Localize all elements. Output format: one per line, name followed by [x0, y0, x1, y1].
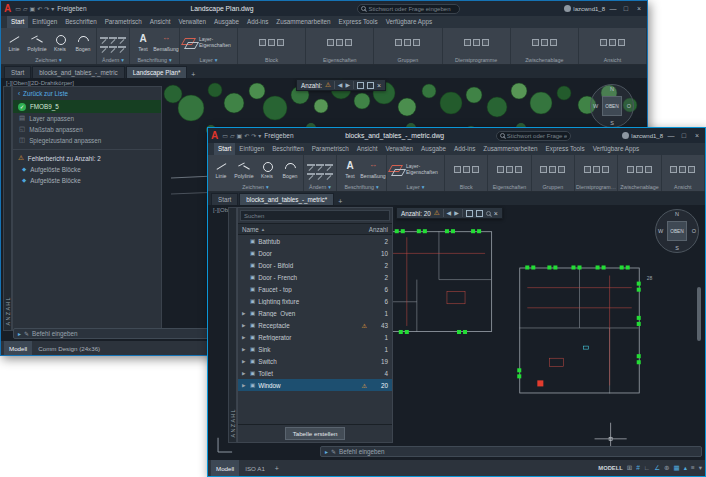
count-table-row[interactable]: ▶ ▣ Door - Bifold ⚠ 2: [238, 259, 392, 271]
ribbon-panel-group[interactable]: Zwischenablage: [511, 28, 579, 64]
ribbon-tab[interactable]: Verwalten: [381, 143, 417, 155]
zoom-to-block-icon[interactable]: [357, 82, 364, 89]
modify-tool-icon[interactable]: [325, 164, 333, 166]
ribbon-panel-group[interactable]: Eigenschaften: [306, 28, 374, 64]
ribbon-panel-group[interactable]: Block: [445, 155, 488, 191]
count-table-row[interactable]: ▶ ▣ Faucet - top ⚠ 6: [238, 283, 392, 295]
ribbon-panel-group[interactable]: Zwischenablage: [618, 155, 661, 191]
count-table-row[interactable]: ▶ ▣ Refrigerator ⚠ 1: [238, 331, 392, 343]
draw-tool-button[interactable]: Kreis: [50, 34, 70, 52]
column-count[interactable]: Anzahl: [362, 226, 388, 233]
ribbon-panel-group[interactable]: Gruppen: [374, 28, 442, 64]
draw-tool-button[interactable]: Bogen: [73, 34, 93, 52]
ribbon-tab[interactable]: Einfügen: [28, 16, 61, 28]
viewcube-top-face[interactable]: OBEN: [602, 96, 622, 116]
layout-tab[interactable]: ISO A1: [240, 460, 270, 476]
ribbon-tab[interactable]: Ansicht: [146, 16, 175, 28]
group-label-annotate[interactable]: Beschriftung▾: [130, 57, 179, 64]
count-table-row[interactable]: ▶ ▣ Receptacle ⚠ 43: [238, 319, 392, 331]
model-space-button[interactable]: MODELL: [598, 465, 622, 471]
minimize-button[interactable]: —: [666, 132, 676, 139]
draw-tool-button[interactable]: Linie: [4, 34, 24, 52]
column-name[interactable]: Name: [242, 226, 259, 233]
viewcube-top-face[interactable]: OBEN: [667, 221, 687, 241]
autocad-logo-icon[interactable]: A: [211, 131, 218, 141]
palette-search-input[interactable]: [240, 210, 390, 221]
count-table-row[interactable]: ▶ ▣ Bathtub ⚠ 2: [238, 235, 392, 247]
viewcube[interactable]: N O S W OBEN: [655, 209, 699, 253]
status-icon[interactable]: ▾: [699, 464, 702, 472]
status-icon[interactable]: ⊞: [627, 464, 632, 472]
layout-tab[interactable]: Modell: [4, 341, 32, 355]
quick-access-icon[interactable]: ▾: [258, 132, 261, 139]
quick-access-icon[interactable]: ▣: [30, 5, 36, 12]
modify-tool-icon[interactable]: [100, 37, 108, 39]
expand-icon[interactable]: ▶: [242, 311, 247, 316]
search-input[interactable]: [368, 6, 456, 12]
ribbon-tab[interactable]: Ausgabe: [417, 143, 450, 155]
count-table-row[interactable]: ▶ ▣ Door - French ⚠ 2: [238, 271, 392, 283]
status-icon[interactable]: #: [636, 464, 640, 472]
share-button[interactable]: Freigeben: [57, 5, 86, 12]
file-tab[interactable]: Start: [4, 66, 31, 78]
quick-access-icon[interactable]: ↶: [37, 5, 42, 12]
ribbon-tab[interactable]: Ansicht: [353, 143, 382, 155]
close-count-icon[interactable]: ×: [377, 82, 381, 89]
status-icon[interactable]: ▴: [684, 464, 687, 472]
ribbon-tab[interactable]: Add-ins: [243, 16, 272, 28]
ribbon-tab[interactable]: Start: [7, 16, 28, 28]
draw-tool-button[interactable]: Polylinie: [234, 161, 254, 179]
expand-icon[interactable]: ▶: [242, 359, 247, 364]
draw-tool-button[interactable]: Bogen: [280, 161, 300, 179]
autocad-logo-icon[interactable]: A: [4, 4, 11, 14]
modify-tool-icon[interactable]: [109, 37, 117, 39]
account-button[interactable]: lazcwnd1_8: [622, 132, 663, 139]
previous-instance-icon[interactable]: ◀: [338, 82, 343, 88]
help-search[interactable]: [496, 131, 571, 141]
navigation-bar[interactable]: [697, 287, 701, 341]
draw-tool-button[interactable]: Linie: [211, 161, 231, 179]
quick-access-icon[interactable]: ↷: [251, 132, 256, 139]
ribbon-tab[interactable]: Verwalten: [174, 16, 210, 28]
ribbon-tab[interactable]: Verfügbare Apps: [589, 143, 644, 155]
new-layout-button[interactable]: +: [272, 465, 282, 472]
ribbon-tab[interactable]: Einfügen: [235, 143, 268, 155]
modify-tool-icon[interactable]: [118, 46, 126, 48]
draw-tool-button[interactable]: Kreis: [257, 161, 277, 179]
panel-action-item[interactable]: ▤Layer anpassen: [13, 113, 161, 124]
ribbon-panel-group[interactable]: Dienstprogramme: [575, 155, 618, 191]
layer-properties-label[interactable]: Layer-Eigenschaften: [199, 37, 234, 49]
file-tab[interactable]: blocks_and_tables_-_metric*: [239, 193, 334, 205]
expand-icon[interactable]: ▶: [242, 323, 247, 328]
layer-properties-icon[interactable]: [183, 38, 196, 48]
layout-tab[interactable]: Comm Design (24x36): [33, 341, 105, 355]
text-tool-button[interactable]: AText: [133, 34, 153, 52]
ribbon-panel-group[interactable]: Ansicht: [579, 28, 647, 64]
quick-access-icon[interactable]: ▣: [237, 132, 243, 139]
count-table-row[interactable]: ▶ ▣ Window ⚠ 20: [238, 379, 392, 391]
ribbon-panel-group[interactable]: Gruppen: [532, 155, 575, 191]
file-tab[interactable]: blocks_and_tables_-_metric: [32, 66, 124, 78]
layer-properties-label[interactable]: Layer-Eigenschaften: [406, 164, 441, 176]
previous-instance-icon[interactable]: ◀: [447, 210, 452, 216]
quick-access-icon[interactable]: ▱: [23, 5, 28, 12]
ribbon-tab[interactable]: Beschriften: [268, 143, 308, 155]
count-table-header[interactable]: Name▲ Anzahl: [238, 223, 392, 235]
ribbon-panel-group[interactable]: Block: [238, 28, 306, 64]
new-drawing-tab-button[interactable]: +: [335, 198, 345, 205]
group-label-modify[interactable]: Ändern▾: [97, 57, 129, 64]
group-label-layer[interactable]: Layer▾: [180, 57, 237, 64]
ribbon-tab[interactable]: Parametrisch: [101, 16, 146, 28]
dimension-tool-button[interactable]: ↔Bemaßung: [363, 161, 383, 179]
ribbon-tab[interactable]: Beschriften: [61, 16, 101, 28]
ribbon-tab[interactable]: Parametrisch: [308, 143, 353, 155]
close-button[interactable]: ×: [634, 5, 644, 12]
command-line[interactable]: ▸ ✎ Befehl eingeben: [320, 446, 702, 457]
panel-action-item[interactable]: ◫Spiegelzustand anpassen: [13, 135, 161, 146]
titlebar[interactable]: A ▭▱▣↶↷▾ Freigeben blocks_and_tables_-_m…: [208, 128, 705, 143]
modify-tool-icon[interactable]: [100, 46, 108, 48]
ribbon-tab[interactable]: Express Tools: [335, 16, 382, 28]
count-table-row[interactable]: ▶ ▣ Door ⚠ 10: [238, 247, 392, 259]
help-search[interactable]: [357, 4, 460, 14]
maximize-button[interactable]: □: [679, 132, 689, 139]
